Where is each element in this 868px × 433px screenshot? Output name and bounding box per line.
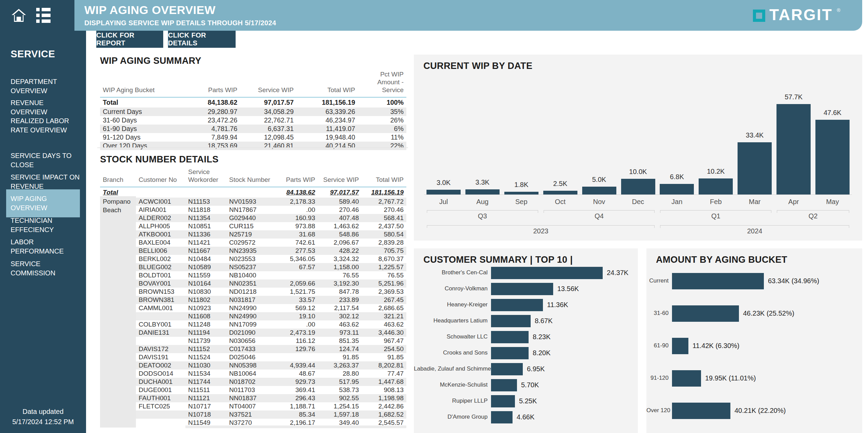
quarter-label: Q1 [660, 212, 771, 220]
value-cell: 129.76 [274, 345, 318, 353]
value-cell: 3,324.32 [318, 255, 362, 263]
bar-may[interactable] [815, 120, 850, 194]
stock-table-header: BranchCustomer NoService WorkorderStock … [100, 167, 406, 187]
table-row: DUGE0001N11511N011703369.41538.73908.13 [100, 386, 406, 394]
bar-d-amore-group[interactable] [491, 411, 513, 423]
bar-heaney-kreiger[interactable] [491, 299, 543, 311]
bar-jul[interactable] [426, 190, 461, 194]
branch-cell [100, 394, 136, 402]
sidebar-item-realized-labor-rate-overview[interactable]: REALIZED LABOR RATE OVERVIEW [6, 112, 80, 140]
value-cell: C017433 [226, 345, 274, 353]
value-cell: 270.46 [318, 206, 362, 214]
value-cell [185, 187, 226, 198]
bar-current[interactable] [672, 273, 764, 289]
category-label: D'Amore Group [414, 414, 488, 420]
value-cell: 2,839.28 [362, 239, 406, 247]
value-cell: N11121 [185, 394, 226, 402]
value-cell: 19.10 [274, 312, 318, 320]
bar-sep[interactable] [504, 192, 538, 194]
value-cell: 2,442.86 [362, 402, 406, 410]
value-cell: N11608 [185, 312, 226, 320]
section-divider [97, 147, 408, 148]
value-cell: DUGE0001 [136, 386, 185, 394]
current-wip-by-date-title: CURRENT WIP BY DATE [423, 61, 532, 71]
value-cell: 742.61 [274, 239, 318, 247]
category-label: Crooks and Sons [414, 349, 488, 356]
bar-conroy-volkman[interactable] [491, 283, 553, 295]
value-cell: 160.93 [274, 214, 318, 222]
bar-31-60[interactable] [672, 305, 739, 322]
value-cell: ND01218 [226, 288, 274, 296]
value-cell: DEATO002 [136, 361, 185, 370]
bar-91-120[interactable] [672, 370, 701, 387]
sidebar-item-service-commission[interactable]: SERVICE COMMISSION [6, 255, 80, 283]
bar-brother-s-cen-cal[interactable] [491, 267, 603, 279]
bar-rupiper-lllp[interactable] [491, 395, 515, 407]
bar-oct[interactable] [543, 191, 577, 194]
value-cell: 2,178.33 [274, 198, 318, 206]
value-cell: 18,753.69 [185, 142, 240, 150]
table-row: COLBY001N11248NN17099.00463.62463.62 [100, 320, 406, 329]
bar-over-120[interactable] [672, 403, 730, 419]
bar-mckenzie-schulist[interactable] [491, 379, 517, 391]
quarter-label: Q3 [427, 212, 538, 220]
table-row: BERKL002N10484N0235535,346.053,324.328,6… [100, 255, 406, 263]
branch-cell [100, 386, 136, 394]
value-cell: N11744 [185, 378, 226, 386]
value-cell: 1,447.68 [362, 378, 406, 386]
value-cell: .00 [274, 320, 318, 329]
bar-mar[interactable] [738, 142, 772, 194]
value-cell: 85.34 [274, 410, 318, 419]
details-button[interactable]: CLICK FOR DETAILS [168, 31, 236, 48]
bar-nov[interactable] [582, 187, 616, 194]
value-cell: BAXLE004 [136, 239, 185, 247]
table-row: N11608NN2499019.10302.12321.21 [100, 312, 406, 320]
amount-by-aging-bucket-chart: AMOUNT BY AGING BUCKET Current63.34K (34… [646, 248, 862, 433]
report-button[interactable]: CLICK FOR REPORT [96, 31, 163, 48]
x-axis-label: Feb [695, 198, 736, 206]
targit-logo: TARGIT ® [753, 7, 840, 23]
table-row: N11739N030656116.12851.35967.47 [100, 337, 406, 345]
value-cell: N10717 [185, 402, 226, 410]
bar-jan[interactable] [660, 184, 694, 194]
value-cell: 1,521.75 [274, 288, 318, 296]
year-label: 2024 [660, 227, 849, 235]
home-icon[interactable] [11, 8, 27, 23]
value-cell: NV01593 [226, 198, 274, 206]
value-cell: 548.86 [318, 230, 362, 239]
branch-cell [100, 247, 136, 255]
bar-headquarters-latium[interactable] [491, 315, 531, 327]
bar-apr[interactable] [776, 104, 811, 194]
table-row: DANIE131N11194D0210902,473.19973.113,446… [100, 329, 406, 337]
branch-cell [100, 353, 136, 361]
branch-cell [100, 337, 136, 345]
bar-aug[interactable] [465, 189, 500, 194]
value-cell: N11524 [185, 353, 226, 361]
value-cell: N11248 [185, 320, 226, 329]
menu-icon[interactable] [36, 8, 51, 23]
bar-crooks-and-sons[interactable] [491, 347, 529, 359]
bucket-cell: 91-120 Days [100, 133, 185, 142]
value-cell: 1,463.62 [318, 222, 362, 230]
value-cell: N11354 [185, 214, 226, 222]
bar-schowalter-llc[interactable] [491, 331, 529, 343]
category-label: Headquarters Latium [414, 317, 488, 324]
bar-feb[interactable] [699, 178, 733, 194]
value-cell: N11559 [185, 271, 226, 279]
table-row: ACWCI001N11153NV015932,178.33589.402,767… [100, 198, 406, 206]
branch-cell [100, 288, 136, 296]
value-cell: 967.47 [362, 337, 406, 345]
value-cell: 705.75 [362, 247, 406, 255]
bar-dec[interactable] [621, 179, 655, 194]
x-axis-label: Apr [773, 198, 814, 206]
value-cell [136, 419, 185, 427]
bar-labadie-zulauf-and-schimmel[interactable] [491, 363, 523, 375]
customer-summary-chart: CUSTOMER SUMMARY | TOP 10 | Brother's Ce… [414, 248, 638, 433]
value-cell: BERKL002 [136, 255, 185, 263]
value-cell [226, 187, 274, 198]
sidebar: SERVICE DEPARTMENT OVERVIEWREVENUE OVERV… [0, 31, 86, 433]
bar-61-90[interactable] [672, 338, 688, 354]
value-cell: DAVIS191 [136, 353, 185, 361]
value-cell: 2,437.50 [362, 222, 406, 230]
bucket-cell: 61-90 Days [100, 125, 185, 133]
